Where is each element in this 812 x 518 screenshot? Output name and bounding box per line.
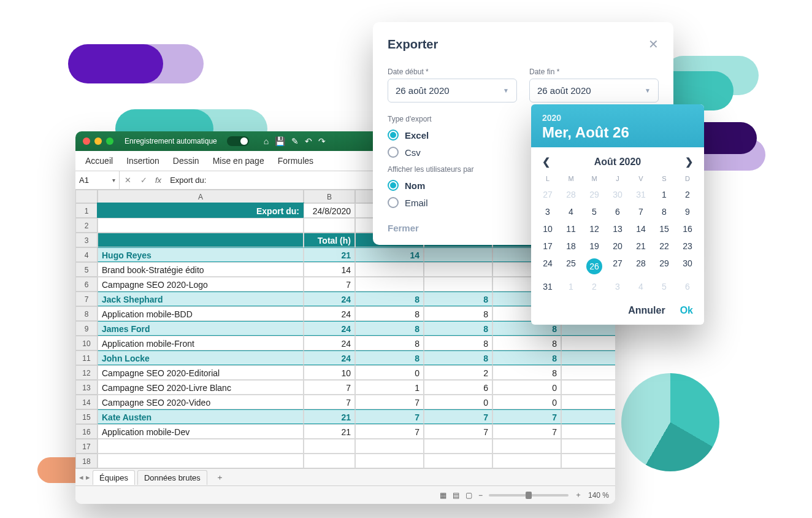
row-header[interactable]: 12 xyxy=(75,365,98,380)
cell[interactable]: 10 xyxy=(304,365,355,380)
cell[interactable]: 0 xyxy=(492,380,561,395)
row-header[interactable]: 3 xyxy=(75,233,98,247)
row-header[interactable]: 13 xyxy=(75,380,98,395)
cell[interactable] xyxy=(561,454,615,468)
row-header[interactable]: 11 xyxy=(75,350,98,365)
row-header[interactable]: 6 xyxy=(75,277,98,292)
cell[interactable]: 8 xyxy=(424,306,492,321)
cell[interactable]: 0 xyxy=(492,395,561,409)
row-header[interactable]: 15 xyxy=(75,409,98,424)
calendar-day[interactable]: 9 xyxy=(676,203,699,220)
calendar-day-other-month[interactable]: 30 xyxy=(606,186,629,203)
zoom-in-button[interactable]: ＋ xyxy=(575,490,582,500)
row-header[interactable]: 14 xyxy=(75,395,98,409)
sheet-nav-prev[interactable]: ◂ xyxy=(79,473,83,482)
cell[interactable]: James Ford xyxy=(98,321,304,336)
tab-formules[interactable]: Formules xyxy=(278,156,313,166)
calendar-day[interactable]: 26 xyxy=(583,255,606,278)
calendar-day[interactable]: 6 xyxy=(606,203,629,220)
calendar-day[interactable]: 21 xyxy=(629,238,653,255)
cell[interactable]: 8 xyxy=(355,292,424,306)
cell[interactable] xyxy=(561,439,615,454)
cell[interactable] xyxy=(424,262,492,277)
row-header[interactable]: 9 xyxy=(75,321,98,336)
cell[interactable]: 8 xyxy=(492,336,561,350)
calendar-day-other-month[interactable]: 28 xyxy=(559,186,583,203)
row-header[interactable]: 4 xyxy=(75,247,98,262)
cell[interactable]: 7 xyxy=(492,409,561,424)
calendar-day-other-month[interactable]: 3 xyxy=(606,278,629,295)
cell[interactable]: 7 xyxy=(355,395,424,409)
calendar-day[interactable]: 27 xyxy=(606,255,629,278)
cell[interactable]: 0 xyxy=(561,424,615,439)
cell[interactable] xyxy=(424,454,492,468)
cell[interactable]: 8 xyxy=(355,306,424,321)
cell[interactable]: 24 xyxy=(304,306,355,321)
calendar-day[interactable]: 20 xyxy=(606,238,629,255)
cell[interactable]: Campagne SEO 2020-Livre Blanc xyxy=(98,380,304,395)
cell[interactable]: 21 xyxy=(304,409,355,424)
cell[interactable]: 21 xyxy=(304,424,355,439)
cell[interactable]: 0 xyxy=(355,365,424,380)
calendar-day[interactable]: 8 xyxy=(653,203,676,220)
cell[interactable]: 7 xyxy=(424,424,492,439)
cell[interactable]: 8 xyxy=(492,350,561,365)
redo-icon[interactable]: ↷ xyxy=(318,136,326,146)
calendar-day[interactable]: 1 xyxy=(653,186,676,203)
row-header[interactable]: 5 xyxy=(75,262,98,277)
cell[interactable]: 7 xyxy=(355,409,424,424)
calendar-day[interactable]: 18 xyxy=(559,238,583,255)
cell[interactable]: Campagne SEO 2020-Logo xyxy=(98,277,304,292)
maximize-icon[interactable] xyxy=(106,137,113,145)
calendar-day[interactable]: 29 xyxy=(653,255,676,278)
row-header[interactable]: 10 xyxy=(75,336,98,350)
calendar-day[interactable]: 3 xyxy=(536,203,559,220)
cell[interactable] xyxy=(355,454,424,468)
fx-icon[interactable]: fx xyxy=(155,176,161,185)
cell[interactable] xyxy=(424,247,492,262)
cell[interactable]: 7 xyxy=(304,380,355,395)
view-break-icon[interactable]: ▢ xyxy=(465,491,472,500)
cell[interactable]: 8 xyxy=(355,336,424,350)
cell[interactable]: 24 xyxy=(304,350,355,365)
cell[interactable]: 7 xyxy=(304,277,355,292)
calendar-day[interactable]: 5 xyxy=(583,203,606,220)
cell[interactable]: Application mobile-Front xyxy=(98,336,304,350)
zoom-slider[interactable] xyxy=(489,494,569,497)
calendar-day[interactable]: 24 xyxy=(536,255,559,278)
tab-mise-en-page[interactable]: Mise en page xyxy=(213,156,264,166)
cancel-formula-icon[interactable]: ✕ xyxy=(120,176,136,185)
cell[interactable] xyxy=(304,218,355,233)
cell[interactable]: 24 xyxy=(304,321,355,336)
row-header[interactable]: 8 xyxy=(75,306,98,321)
cell[interactable]: 0 xyxy=(561,409,615,424)
cell[interactable]: 14 xyxy=(355,247,424,262)
calendar-day[interactable]: 23 xyxy=(676,238,699,255)
cell[interactable]: 8 xyxy=(492,365,561,380)
cell[interactable] xyxy=(424,277,492,292)
date-start-input[interactable]: 26 août 2020 ▼ xyxy=(388,79,517,102)
tab-insertion[interactable]: Insertion xyxy=(126,156,159,166)
row-header[interactable]: 7 xyxy=(75,292,98,306)
calendar-day[interactable]: 13 xyxy=(606,220,629,238)
calendar-day[interactable]: 10 xyxy=(536,220,559,238)
formula-value[interactable]: Export du: xyxy=(165,176,206,185)
cell[interactable]: Total (h) xyxy=(304,233,355,247)
sheet-tab-donnees[interactable]: Données brutes xyxy=(137,470,207,485)
edit-icon[interactable]: ✎ xyxy=(291,136,299,146)
cell[interactable]: Application mobile-Dev xyxy=(98,424,304,439)
calendar-day-other-month[interactable]: 2 xyxy=(583,278,606,295)
cell[interactable] xyxy=(98,233,304,247)
cell[interactable]: Campagne SEO 2020-Video xyxy=(98,395,304,409)
calendar-day[interactable]: 22 xyxy=(653,238,676,255)
cell[interactable]: Application mobile-BDD xyxy=(98,306,304,321)
cell[interactable] xyxy=(492,454,561,468)
cell[interactable] xyxy=(355,439,424,454)
month-label[interactable]: Août 2020 xyxy=(594,157,641,168)
cancel-button[interactable]: Annuler xyxy=(628,305,665,316)
view-layout-icon[interactable]: ▤ xyxy=(453,491,459,500)
tab-accueil[interactable]: Accueil xyxy=(85,156,113,166)
row-header[interactable]: 1 xyxy=(75,203,98,218)
cell[interactable] xyxy=(492,439,561,454)
cell[interactable]: 6 xyxy=(424,380,492,395)
